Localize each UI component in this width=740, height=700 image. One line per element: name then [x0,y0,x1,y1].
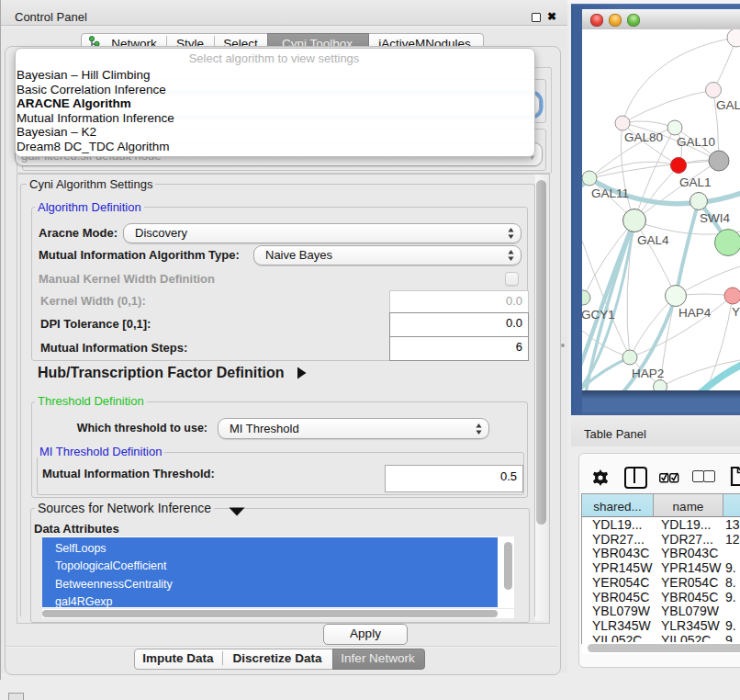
svg-text:SWI4: SWI4 [700,211,730,225]
svg-text:GAL1: GAL1 [679,175,712,189]
svg-text:Y: Y [732,305,740,319]
svg-text:GCY1: GCY1 [582,308,615,322]
svg-text:HAP4: HAP4 [678,306,712,320]
svg-text:GAL80: GAL80 [624,130,663,144]
svg-text:GAL11: GAL11 [591,186,629,200]
svg-text:GAL: GAL [716,98,740,112]
svg-text:GAL10: GAL10 [677,135,715,149]
svg-text:HAP2: HAP2 [632,367,664,380]
svg-text:GAL4: GAL4 [637,233,669,247]
